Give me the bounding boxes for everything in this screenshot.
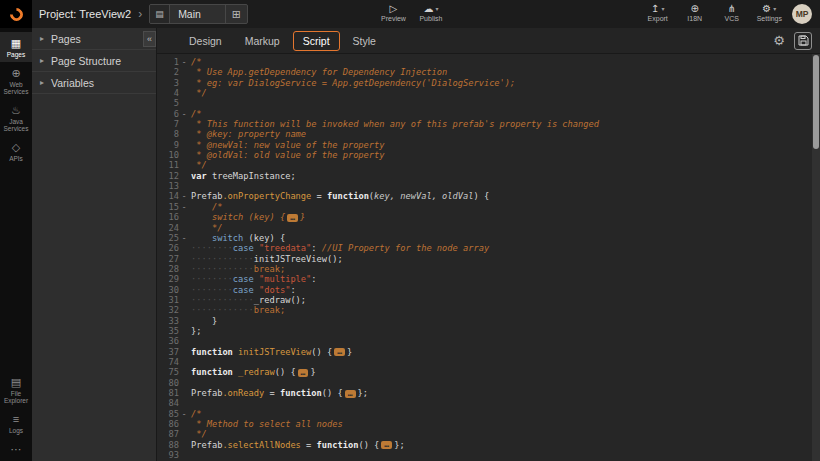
page-selector[interactable]: ▤ Main ⊞	[149, 4, 248, 24]
rail-item-pages[interactable]: ▦Pages	[0, 32, 32, 62]
code-line[interactable]: 3 * eg: var DialogService = App.getDepen…	[157, 78, 812, 88]
code-line[interactable]: 12var treeMapInstance;	[157, 171, 812, 181]
code-line[interactable]: 9 * @newVal: new value of the property	[157, 140, 812, 150]
code-text: ········case "treedata": //UI Property f…	[189, 243, 812, 253]
code-line[interactable]: 87 */	[157, 429, 812, 439]
fold-toggle-icon[interactable]: -	[179, 109, 189, 119]
rail-item-web-services[interactable]: ⊕Web Services	[0, 62, 32, 99]
preview-button[interactable]: ▷Preview	[381, 2, 406, 22]
code-line[interactable]: 13	[157, 181, 812, 191]
rail-item-label: APIs	[9, 155, 23, 162]
code-line[interactable]: 1-/*	[157, 57, 812, 67]
code-line[interactable]: 75function _redraw() {…}	[157, 367, 812, 377]
code-line[interactable]: 84	[157, 398, 812, 408]
settings-button[interactable]: ⚙▾Settings	[757, 2, 782, 22]
code-line[interactable]: 31············_redraw();	[157, 295, 812, 305]
rail-item-file-explorer[interactable]: ▤File Explorer	[0, 371, 32, 408]
code-line[interactable]: 5	[157, 98, 812, 108]
publish-button[interactable]: ☁▾Publish	[419, 2, 443, 22]
code-line[interactable]: 8 * @key: property name	[157, 129, 812, 139]
code-text: * Method to select all nodes	[189, 419, 812, 429]
code-line[interactable]: 15- /*	[157, 202, 812, 212]
avatar[interactable]: MP	[792, 4, 812, 24]
code-line[interactable]: 35};	[157, 326, 812, 336]
scrollbar-thumb[interactable]	[813, 55, 819, 149]
wavemaker-logo[interactable]	[0, 0, 32, 28]
code-line[interactable]: 25- switch (key) {	[157, 233, 812, 243]
panel-section-pages[interactable]: ▸Pages«	[32, 28, 156, 50]
line-number: 9	[157, 140, 179, 150]
i18n-button[interactable]: ⊕I18N	[683, 2, 707, 22]
logs-icon: ≡	[13, 413, 19, 425]
code-line[interactable]: 10 * @oldVal: old value of the property	[157, 150, 812, 160]
preview-icon-row: ▷	[390, 2, 398, 14]
code-line[interactable]: 16 switch (key) {…}	[157, 212, 812, 222]
code-text: /*	[189, 57, 812, 67]
panel-section-variables[interactable]: ▸Variables	[32, 72, 156, 94]
code-editor[interactable]: 1-/*2 * Use App.getDependency for Depend…	[157, 54, 820, 461]
code-text: };	[189, 326, 812, 336]
rail-item-label: Java Services	[1, 118, 31, 132]
rail-top: ▦Pages⊕Web Services♨Java Services◇APIs	[0, 32, 32, 166]
fold-toggle-icon[interactable]: -	[179, 409, 189, 419]
code-line[interactable]: 27············initJSTreeView();	[157, 254, 812, 264]
tab-style[interactable]: Style	[343, 31, 386, 51]
code-line[interactable]: 33 }	[157, 316, 812, 326]
rail-item-apis[interactable]: ◇APIs	[0, 136, 32, 166]
folded-code-icon[interactable]: …	[381, 441, 392, 449]
tab-design[interactable]: Design	[179, 31, 232, 51]
code-line[interactable]: 93	[157, 450, 812, 460]
grid-icon[interactable]: ⊞	[225, 5, 247, 23]
rail-item-label: File Explorer	[1, 390, 31, 404]
code-line[interactable]: 24 */	[157, 223, 812, 233]
code-line[interactable]: 81Prefab.onReady = function() {…};	[157, 388, 812, 398]
editor-settings-gear-icon[interactable]: ⚙	[773, 33, 785, 48]
code-line[interactable]: 30········case "dots":	[157, 285, 812, 295]
folded-code-icon[interactable]: …	[298, 369, 309, 377]
code-line[interactable]: 26········case "treedata": //UI Property…	[157, 243, 812, 253]
code-line[interactable]: 85-/*	[157, 409, 812, 419]
code-text: * @oldVal: old value of the property	[189, 150, 812, 160]
fold-toggle-icon[interactable]: -	[179, 233, 189, 243]
panel-section-page-structure[interactable]: ▸Page Structure	[32, 50, 156, 72]
tab-markup[interactable]: Markup	[235, 31, 290, 51]
code-line[interactable]: 4 */	[157, 88, 812, 98]
rail-item-java-services[interactable]: ♨Java Services	[0, 99, 32, 136]
code-line[interactable]: 86 * Method to select all nodes	[157, 419, 812, 429]
code-line[interactable]: 2 * Use App.getDependency for Dependency…	[157, 67, 812, 77]
java-services-icon: ♨	[11, 104, 21, 116]
line-number: 86	[157, 419, 179, 429]
code-line[interactable]: 28············break;	[157, 264, 812, 274]
rail-item-logs[interactable]: ≡Logs	[0, 408, 32, 438]
folded-code-icon[interactable]: …	[287, 214, 298, 222]
editor-scrollbar[interactable]	[812, 54, 820, 461]
fold-gutter	[179, 388, 189, 398]
vcs-button[interactable]: ⋔VCS	[720, 2, 744, 22]
save-button[interactable]	[794, 32, 812, 50]
code-line[interactable]: 32············break;	[157, 305, 812, 315]
code-line[interactable]: 11 */	[157, 160, 812, 170]
code-text: ········case "dots":	[189, 285, 812, 295]
fold-gutter	[179, 398, 189, 408]
code-line[interactable]: 74	[157, 357, 812, 367]
line-number: 30	[157, 285, 179, 295]
line-number: 35	[157, 326, 179, 336]
code-line[interactable]: 88Prefab.selectAllNodes = function() {…}…	[157, 440, 812, 450]
code-line[interactable]: 6-/*	[157, 109, 812, 119]
folded-code-icon[interactable]: …	[334, 348, 345, 356]
export-button[interactable]: ↥▾Export	[646, 2, 670, 22]
fold-toggle-icon[interactable]: -	[179, 191, 189, 201]
code-line[interactable]: 36	[157, 336, 812, 346]
code-line[interactable]: 14-Prefab.onPropertyChange = function(ke…	[157, 191, 812, 201]
code-line[interactable]: 29········case "multiple":	[157, 274, 812, 284]
code-line[interactable]: 7 * This function will be invoked when a…	[157, 119, 812, 129]
tab-script[interactable]: Script	[293, 31, 340, 51]
collapse-panel-button[interactable]: «	[143, 31, 156, 47]
fold-toggle-icon[interactable]: -	[179, 202, 189, 212]
rail-item-more[interactable]: ⋯	[0, 438, 32, 459]
chevron-right-icon: ›	[138, 7, 142, 21]
code-line[interactable]: 37function initJSTreeView() {…}	[157, 347, 812, 357]
code-line[interactable]: 80	[157, 378, 812, 388]
folded-code-icon[interactable]: …	[345, 390, 356, 398]
fold-toggle-icon[interactable]: -	[179, 57, 189, 67]
